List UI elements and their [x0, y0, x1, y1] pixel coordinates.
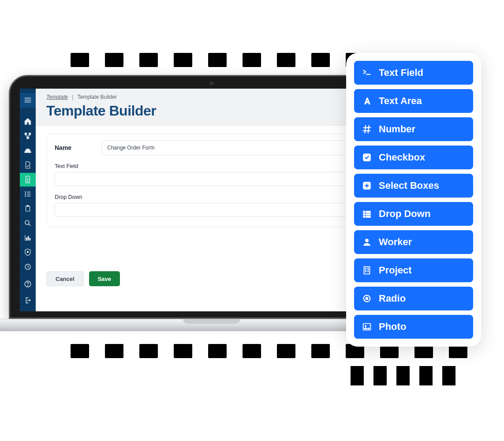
- field-label-dropdown: Drop Down: [55, 194, 385, 200]
- cancel-button[interactable]: Cancel: [46, 271, 84, 286]
- palette-label: Checkbox: [379, 152, 425, 163]
- sidebar-item-document[interactable]: [20, 158, 36, 172]
- svg-rect-11: [28, 236, 29, 240]
- svg-point-4: [25, 191, 26, 192]
- list-icon: [361, 209, 373, 219]
- palette-label: Worker: [379, 236, 412, 248]
- svg-rect-21: [363, 216, 365, 218]
- user-icon: [361, 237, 373, 247]
- svg-rect-0: [25, 133, 27, 135]
- palette-label: Project: [379, 265, 412, 276]
- sidebar-item-tree[interactable]: [20, 129, 36, 143]
- building-icon: [361, 265, 373, 275]
- sidebar-item-chart[interactable]: [20, 231, 36, 244]
- palette-label: Text Area: [379, 95, 422, 107]
- page-title: Template Builder: [46, 103, 393, 119]
- svg-rect-24: [366, 216, 370, 218]
- palette-checkbox[interactable]: Checkbox: [354, 146, 473, 169]
- svg-point-9: [25, 220, 29, 224]
- sidebar-item-logout[interactable]: [20, 293, 36, 307]
- image-icon: [361, 322, 373, 332]
- svg-point-5: [25, 194, 26, 194]
- palette-label: Number: [379, 123, 415, 135]
- sidebar-item-search[interactable]: [20, 216, 36, 230]
- breadcrumb-current: Template Builder: [78, 94, 117, 100]
- svg-rect-10: [26, 238, 27, 240]
- name-input[interactable]: [101, 140, 385, 155]
- form-card: Name Text Field Drop Down: [46, 134, 393, 227]
- svg-point-6: [25, 195, 26, 196]
- svg-rect-19: [363, 211, 365, 213]
- font-icon: [361, 96, 373, 106]
- svg-point-25: [365, 239, 368, 242]
- breadcrumb-root[interactable]: Template: [46, 94, 68, 100]
- svg-rect-31: [365, 271, 366, 272]
- dropdown-input[interactable]: [55, 203, 385, 217]
- breadcrumb-separator: |: [72, 94, 73, 100]
- field-palette: Text Field Text Area Number Checkbox Sel…: [346, 53, 481, 347]
- svg-rect-20: [363, 213, 365, 215]
- hash-icon: [361, 124, 373, 134]
- svg-point-13: [27, 251, 29, 253]
- plus-box-icon: [361, 181, 373, 191]
- sidebar-item-home[interactable]: [20, 115, 36, 128]
- svg-rect-32: [368, 271, 369, 272]
- palette-photo[interactable]: Photo: [354, 315, 473, 339]
- svg-rect-22: [366, 211, 370, 213]
- palette-project[interactable]: Project: [354, 258, 473, 282]
- svg-rect-12: [30, 238, 30, 239]
- sidebar-item-help[interactable]: [20, 277, 36, 291]
- svg-rect-1: [29, 133, 31, 135]
- svg-rect-2: [27, 137, 29, 139]
- palette-label: Photo: [379, 321, 406, 333]
- svg-rect-23: [366, 213, 370, 215]
- palette-number[interactable]: Number: [354, 117, 473, 141]
- text-field-input[interactable]: [55, 172, 385, 186]
- sidebar-item-clock[interactable]: [20, 260, 36, 273]
- palette-radio[interactable]: Radio: [354, 287, 473, 310]
- sidebar-item-file[interactable]: [20, 173, 36, 187]
- checkbox-icon: [361, 153, 373, 162]
- sidebar: [20, 89, 36, 311]
- svg-point-34: [366, 297, 368, 300]
- palette-text-area[interactable]: Text Area: [354, 89, 473, 113]
- svg-rect-26: [364, 267, 370, 274]
- palette-drop-down[interactable]: Drop Down: [354, 202, 473, 226]
- sidebar-item-hardhat[interactable]: [20, 144, 36, 157]
- terminal-icon: [361, 68, 373, 78]
- sidebar-item-list[interactable]: [20, 187, 36, 201]
- svg-rect-28: [368, 268, 369, 269]
- palette-label: Select Boxes: [379, 180, 439, 191]
- breadcrumb: Template | Template Builder: [46, 94, 393, 100]
- svg-rect-8: [27, 205, 29, 206]
- svg-rect-30: [368, 269, 369, 270]
- decoration-stripes: [351, 366, 455, 385]
- svg-rect-27: [365, 268, 366, 269]
- svg-rect-29: [365, 269, 366, 270]
- name-label: Name: [55, 144, 86, 151]
- palette-label: Drop Down: [379, 208, 430, 220]
- svg-point-36: [365, 325, 366, 327]
- svg-rect-3: [25, 152, 31, 153]
- menu-toggle[interactable]: [20, 93, 36, 108]
- palette-select-boxes[interactable]: Select Boxes: [354, 174, 473, 198]
- field-label-text: Text Field: [55, 163, 385, 169]
- palette-label: Text Field: [379, 67, 423, 78]
- save-button[interactable]: Save: [89, 271, 120, 286]
- radio-icon: [361, 294, 373, 303]
- palette-worker[interactable]: Worker: [354, 230, 473, 254]
- sidebar-item-clipboard[interactable]: [20, 202, 36, 215]
- sidebar-item-shield[interactable]: [20, 245, 36, 259]
- palette-text-field[interactable]: Text Field: [354, 61, 473, 85]
- palette-label: Radio: [379, 293, 406, 304]
- svg-point-16: [27, 285, 28, 286]
